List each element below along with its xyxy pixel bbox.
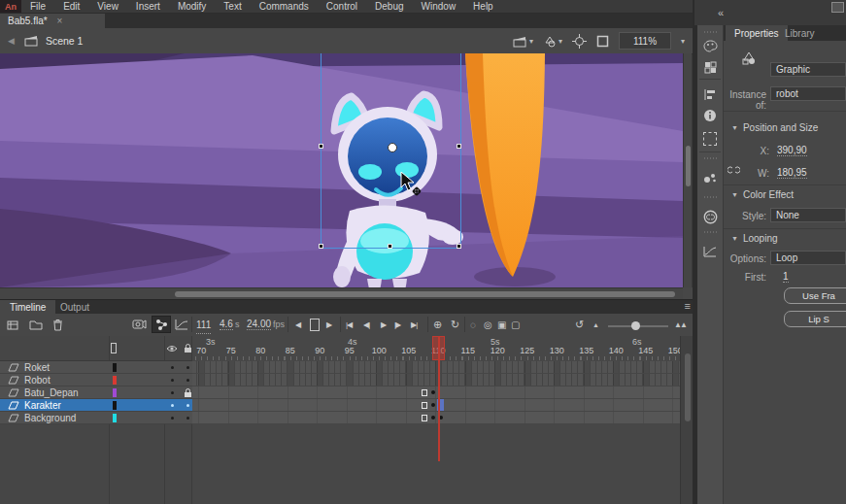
loop-playback-button[interactable]: ↻ (451, 316, 459, 333)
use-frame-picker-button[interactable]: Use Fra (784, 287, 846, 304)
layer-color-swatch[interactable] (113, 376, 117, 385)
panel-menu-icon[interactable]: ≡ (685, 300, 691, 312)
selection-handle-bottom-center[interactable] (388, 244, 392, 249)
brush-library-panel-icon[interactable] (701, 169, 719, 186)
symbol-type-dropdown[interactable]: Graphic (770, 62, 846, 77)
go-to-last-frame-button[interactable]: ▶| (411, 316, 417, 333)
timeline-zoom-out-icon[interactable]: ▲ (592, 316, 599, 333)
layer-color-swatch[interactable] (113, 388, 117, 397)
frame-rate-value[interactable]: 24.00 fps (247, 316, 285, 333)
stage-horizontal-scrollbar[interactable] (0, 287, 683, 299)
frames-row-karakter[interactable] (192, 399, 680, 412)
elapsed-time-value[interactable]: 4.6 s (220, 316, 239, 333)
timeline-frames-area[interactable]: 3s 4s 5s 6s 7075 8085 9095 100105 110115… (192, 336, 680, 504)
menu-modify[interactable]: Modify (169, 1, 215, 12)
lip-syncing-button[interactable]: Lip S (784, 311, 846, 327)
onion-skin-button[interactable]: ◌ (470, 316, 476, 333)
layer-row-robot[interactable]: Robot (0, 374, 192, 386)
color-panel-icon[interactable] (701, 37, 719, 54)
back-arrow-icon[interactable]: ◀ (8, 36, 15, 46)
first-frame-value[interactable]: 1 (783, 271, 789, 283)
playhead-line[interactable] (438, 337, 440, 461)
menu-insert[interactable]: Insert (127, 1, 169, 12)
section-looping[interactable]: ▼ Looping (731, 233, 778, 244)
timeline-vscroll-thumb[interactable] (685, 353, 691, 421)
frames-row-roket[interactable] (192, 361, 680, 374)
layer-color-swatch[interactable] (113, 414, 117, 422)
history-panel-icon[interactable] (701, 243, 719, 260)
go-to-first-frame-button[interactable]: |◀ (346, 316, 352, 333)
section-color-effect[interactable]: ▼ Color Effect (731, 189, 794, 200)
center-stage-icon[interactable] (572, 34, 587, 49)
stage-zoom-select[interactable]: 111% (619, 32, 671, 50)
eye-icon[interactable] (166, 345, 178, 353)
selection-handle-right[interactable] (457, 144, 461, 149)
camera-button[interactable] (132, 316, 147, 333)
frame-end-marker[interactable] (422, 402, 427, 409)
center-frame-button[interactable]: ⊕ (433, 316, 442, 333)
loop-options-dropdown[interactable]: Loop (770, 251, 846, 265)
selection-handle-bottom-right[interactable] (457, 244, 461, 249)
workspace-switcher-icon[interactable] (831, 2, 844, 13)
stage-vertical-scrollbar[interactable] (683, 53, 692, 287)
selection-handle-bottom-left[interactable] (319, 244, 323, 249)
menu-text[interactable]: Text (215, 1, 250, 12)
timeline-zoom-slider-knob[interactable] (631, 321, 640, 330)
layer-color-swatch[interactable] (113, 401, 117, 410)
layer-visibility-dot[interactable] (171, 366, 174, 369)
new-layer-button[interactable] (6, 316, 19, 333)
play-button[interactable]: ▶ (381, 316, 386, 333)
keyframe-dot[interactable] (431, 403, 435, 407)
layer-lock-dot[interactable] (186, 417, 189, 420)
outline-color-column-icon[interactable] (111, 343, 117, 353)
x-value[interactable]: 390,90 (777, 145, 807, 156)
edit-symbols-icon[interactable]: ▾ (543, 35, 562, 48)
collapse-panels-icon[interactable]: « (718, 7, 724, 18)
layer-parenting-toggle[interactable] (152, 316, 171, 333)
menu-file[interactable]: File (21, 1, 54, 12)
info-panel-icon[interactable] (701, 107, 719, 124)
stage-hscroll-thumb[interactable] (175, 291, 675, 297)
transform-point[interactable] (388, 143, 397, 152)
keyframe-dot[interactable] (431, 390, 435, 394)
layer-visibility-dot[interactable] (171, 404, 174, 407)
tab-output[interactable]: Output (51, 300, 99, 314)
close-tab-icon[interactable]: × (57, 16, 63, 26)
frames-row-background[interactable] (192, 412, 680, 424)
edit-scene-icon[interactable]: ▾ (513, 35, 533, 48)
stage-zoom-caret-icon[interactable]: ▾ (681, 37, 685, 46)
current-frame-value[interactable]: 111 (196, 316, 211, 334)
timeline-zoom-in-icon[interactable]: ▲▲ (674, 316, 686, 333)
layer-lock-dot[interactable] (186, 379, 189, 382)
layer-visibility-dot[interactable] (171, 379, 174, 382)
style-dropdown[interactable]: None (770, 208, 846, 222)
tab-library[interactable]: Library (776, 25, 824, 41)
layer-locked-icon[interactable] (184, 388, 192, 398)
frame-end-marker[interactable] (422, 415, 427, 421)
cc-libraries-panel-icon[interactable] (701, 208, 719, 225)
menu-view[interactable]: View (88, 1, 127, 12)
edit-multiple-frames-button[interactable]: ▣ (497, 316, 506, 333)
document-tab[interactable]: Bab5.fla* × (0, 14, 105, 28)
layer-lock-dot[interactable] (186, 366, 189, 369)
frame-end-marker[interactable] (422, 389, 427, 396)
frames-row-robot[interactable] (192, 374, 680, 386)
scene-name[interactable]: Scene 1 (46, 35, 84, 47)
layer-row-batu-depan[interactable]: Batu_Depan (0, 386, 192, 399)
layer-lock-dot[interactable] (186, 404, 189, 407)
lock-icon[interactable] (184, 344, 192, 353)
instance-name-field[interactable]: robot (770, 86, 846, 101)
link-width-height-icon[interactable] (728, 164, 740, 176)
layer-depth-button[interactable] (175, 316, 188, 333)
w-value[interactable]: 180,95 (777, 167, 807, 179)
layer-row-roket[interactable]: Roket (0, 361, 192, 374)
layer-row-karakter[interactable]: Karakter (0, 399, 192, 412)
stage-canvas[interactable] (0, 53, 683, 287)
menu-window[interactable]: Window (413, 1, 465, 12)
stage-vscroll-thumb[interactable] (686, 146, 691, 186)
transform-panel-icon[interactable] (701, 130, 719, 148)
keyframe-dot[interactable] (431, 416, 435, 420)
tab-timeline[interactable]: Timeline (0, 300, 55, 314)
clip-content-icon[interactable] (596, 35, 609, 48)
step-forward-button[interactable]: |▶ (394, 316, 400, 333)
